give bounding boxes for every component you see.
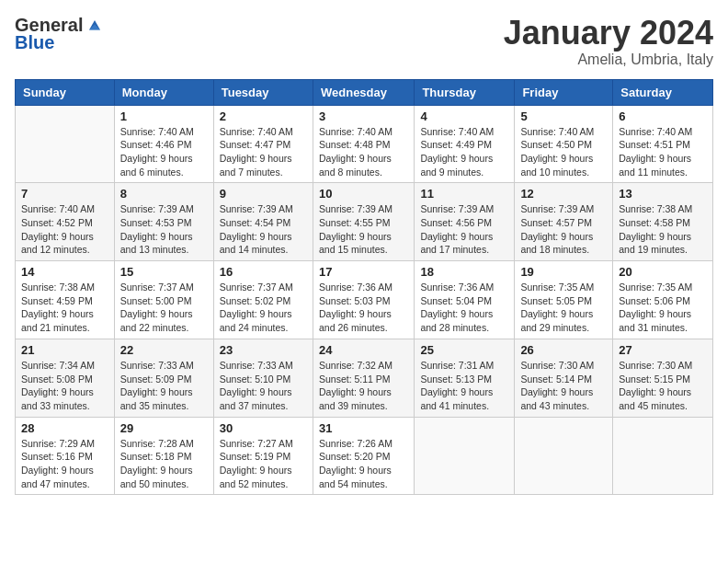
page-header: General Blue January 2024 Amelia, Umbria… <box>15 15 713 68</box>
day-info: Sunrise: 7:40 AMSunset: 4:50 PMDaylight:… <box>520 125 607 179</box>
day-info: Sunrise: 7:39 AMSunset: 4:56 PMDaylight:… <box>420 202 508 257</box>
day-info: Sunrise: 7:37 AMSunset: 5:02 PMDaylight:… <box>220 281 307 335</box>
calendar-day-cell: 13Sunrise: 7:38 AMSunset: 4:58 PMDayligh… <box>613 183 713 261</box>
day-info: Sunrise: 7:26 AMSunset: 5:20 PMDaylight:… <box>319 437 408 491</box>
calendar-body: 1Sunrise: 7:40 AMSunset: 4:46 PMDaylight… <box>16 105 713 495</box>
calendar-day-header: Thursday <box>415 79 515 105</box>
calendar-day-cell: 21Sunrise: 7:34 AMSunset: 5:08 PMDayligh… <box>16 339 115 417</box>
calendar-day-header: Friday <box>515 79 613 105</box>
day-number: 14 <box>21 265 108 279</box>
day-number: 29 <box>120 421 208 435</box>
calendar-day-cell: 12Sunrise: 7:39 AMSunset: 4:57 PMDayligh… <box>515 183 613 261</box>
day-info: Sunrise: 7:39 AMSunset: 4:54 PMDaylight:… <box>220 202 307 257</box>
day-number: 26 <box>520 343 607 357</box>
calendar-day-cell: 8Sunrise: 7:39 AMSunset: 4:53 PMDaylight… <box>114 183 213 261</box>
day-info: Sunrise: 7:35 AMSunset: 5:06 PMDaylight:… <box>619 281 707 335</box>
day-number: 2 <box>220 109 307 123</box>
day-number: 19 <box>520 265 607 279</box>
day-number: 23 <box>220 343 307 357</box>
day-info: Sunrise: 7:30 AMSunset: 5:14 PMDaylight:… <box>520 359 607 413</box>
calendar-day-header: Wednesday <box>313 79 414 105</box>
day-number: 16 <box>220 265 307 279</box>
day-info: Sunrise: 7:28 AMSunset: 5:18 PMDaylight:… <box>120 437 208 491</box>
day-info: Sunrise: 7:32 AMSunset: 5:11 PMDaylight:… <box>319 359 408 413</box>
calendar-day-cell: 18Sunrise: 7:36 AMSunset: 5:04 PMDayligh… <box>415 261 515 339</box>
calendar-week-row: 1Sunrise: 7:40 AMSunset: 4:46 PMDaylight… <box>16 105 713 183</box>
calendar-day-header: Saturday <box>613 79 713 105</box>
logo: General Blue <box>15 15 103 53</box>
day-number: 21 <box>21 343 108 357</box>
calendar-week-row: 14Sunrise: 7:38 AMSunset: 4:59 PMDayligh… <box>16 261 713 339</box>
day-number: 28 <box>21 421 108 435</box>
day-number: 11 <box>420 187 508 201</box>
day-number: 27 <box>619 343 707 357</box>
calendar-day-cell: 28Sunrise: 7:29 AMSunset: 5:16 PMDayligh… <box>16 417 115 495</box>
calendar-day-cell: 1Sunrise: 7:40 AMSunset: 4:46 PMDaylight… <box>114 105 213 183</box>
day-info: Sunrise: 7:38 AMSunset: 4:59 PMDaylight:… <box>21 281 108 335</box>
day-number: 3 <box>319 109 408 123</box>
day-info: Sunrise: 7:39 AMSunset: 4:53 PMDaylight:… <box>120 202 208 257</box>
calendar-day-header: Sunday <box>16 79 115 105</box>
calendar-day-cell: 2Sunrise: 7:40 AMSunset: 4:47 PMDaylight… <box>213 105 313 183</box>
calendar-day-cell: 14Sunrise: 7:38 AMSunset: 4:59 PMDayligh… <box>16 261 115 339</box>
day-info: Sunrise: 7:27 AMSunset: 5:19 PMDaylight:… <box>220 437 307 491</box>
calendar-day-cell: 29Sunrise: 7:28 AMSunset: 5:18 PMDayligh… <box>114 417 213 495</box>
day-info: Sunrise: 7:38 AMSunset: 4:58 PMDaylight:… <box>619 202 707 257</box>
calendar-day-cell: 15Sunrise: 7:37 AMSunset: 5:00 PMDayligh… <box>114 261 213 339</box>
day-info: Sunrise: 7:39 AMSunset: 4:55 PMDaylight:… <box>319 202 408 257</box>
calendar-day-cell <box>16 105 115 183</box>
calendar-day-cell: 31Sunrise: 7:26 AMSunset: 5:20 PMDayligh… <box>313 417 414 495</box>
day-info: Sunrise: 7:40 AMSunset: 4:52 PMDaylight:… <box>21 202 108 257</box>
calendar-day-cell: 3Sunrise: 7:40 AMSunset: 4:48 PMDaylight… <box>313 105 414 183</box>
day-number: 5 <box>520 109 607 123</box>
calendar-day-header: Tuesday <box>213 79 313 105</box>
calendar-day-cell: 26Sunrise: 7:30 AMSunset: 5:14 PMDayligh… <box>515 339 613 417</box>
day-number: 30 <box>220 421 307 435</box>
day-info: Sunrise: 7:36 AMSunset: 5:04 PMDaylight:… <box>420 281 508 335</box>
calendar-day-cell <box>415 417 515 495</box>
day-info: Sunrise: 7:29 AMSunset: 5:16 PMDaylight:… <box>21 437 108 491</box>
day-number: 4 <box>420 109 508 123</box>
day-info: Sunrise: 7:31 AMSunset: 5:13 PMDaylight:… <box>420 359 508 413</box>
day-number: 20 <box>619 265 707 279</box>
day-number: 8 <box>120 187 208 201</box>
calendar-day-cell: 27Sunrise: 7:30 AMSunset: 5:15 PMDayligh… <box>613 339 713 417</box>
calendar-day-cell: 24Sunrise: 7:32 AMSunset: 5:11 PMDayligh… <box>313 339 414 417</box>
day-info: Sunrise: 7:36 AMSunset: 5:03 PMDaylight:… <box>319 281 408 335</box>
day-info: Sunrise: 7:34 AMSunset: 5:08 PMDaylight:… <box>21 359 108 413</box>
day-number: 18 <box>420 265 508 279</box>
calendar-week-row: 7Sunrise: 7:40 AMSunset: 4:52 PMDaylight… <box>16 183 713 261</box>
calendar-day-cell: 4Sunrise: 7:40 AMSunset: 4:49 PMDaylight… <box>415 105 515 183</box>
calendar-day-cell: 30Sunrise: 7:27 AMSunset: 5:19 PMDayligh… <box>213 417 313 495</box>
day-number: 13 <box>619 187 707 201</box>
day-info: Sunrise: 7:35 AMSunset: 5:05 PMDaylight:… <box>520 281 607 335</box>
day-info: Sunrise: 7:37 AMSunset: 5:00 PMDaylight:… <box>120 281 208 335</box>
day-info: Sunrise: 7:33 AMSunset: 5:10 PMDaylight:… <box>220 359 307 413</box>
day-number: 22 <box>120 343 208 357</box>
day-number: 1 <box>120 109 208 123</box>
calendar-day-cell: 19Sunrise: 7:35 AMSunset: 5:05 PMDayligh… <box>515 261 613 339</box>
calendar-day-cell: 23Sunrise: 7:33 AMSunset: 5:10 PMDayligh… <box>213 339 313 417</box>
day-number: 9 <box>220 187 307 201</box>
day-number: 10 <box>319 187 408 201</box>
calendar-day-cell: 22Sunrise: 7:33 AMSunset: 5:09 PMDayligh… <box>114 339 213 417</box>
day-info: Sunrise: 7:40 AMSunset: 4:51 PMDaylight:… <box>619 125 707 179</box>
day-number: 12 <box>520 187 607 201</box>
calendar-day-cell <box>515 417 613 495</box>
day-number: 15 <box>120 265 208 279</box>
month-title: January 2024 <box>504 15 713 52</box>
day-number: 7 <box>21 187 108 201</box>
day-number: 31 <box>319 421 408 435</box>
day-info: Sunrise: 7:40 AMSunset: 4:47 PMDaylight:… <box>220 125 307 179</box>
day-info: Sunrise: 7:40 AMSunset: 4:49 PMDaylight:… <box>420 125 508 179</box>
calendar-table: SundayMondayTuesdayWednesdayThursdayFrid… <box>15 79 713 496</box>
day-info: Sunrise: 7:30 AMSunset: 5:15 PMDaylight:… <box>619 359 707 413</box>
calendar-day-cell: 20Sunrise: 7:35 AMSunset: 5:06 PMDayligh… <box>613 261 713 339</box>
calendar-day-cell: 10Sunrise: 7:39 AMSunset: 4:55 PMDayligh… <box>313 183 414 261</box>
day-number: 25 <box>420 343 508 357</box>
calendar-day-cell: 5Sunrise: 7:40 AMSunset: 4:50 PMDaylight… <box>515 105 613 183</box>
logo-blue-text: Blue <box>15 32 54 53</box>
calendar-day-cell <box>613 417 713 495</box>
day-info: Sunrise: 7:40 AMSunset: 4:46 PMDaylight:… <box>120 125 208 179</box>
calendar-day-cell: 17Sunrise: 7:36 AMSunset: 5:03 PMDayligh… <box>313 261 414 339</box>
